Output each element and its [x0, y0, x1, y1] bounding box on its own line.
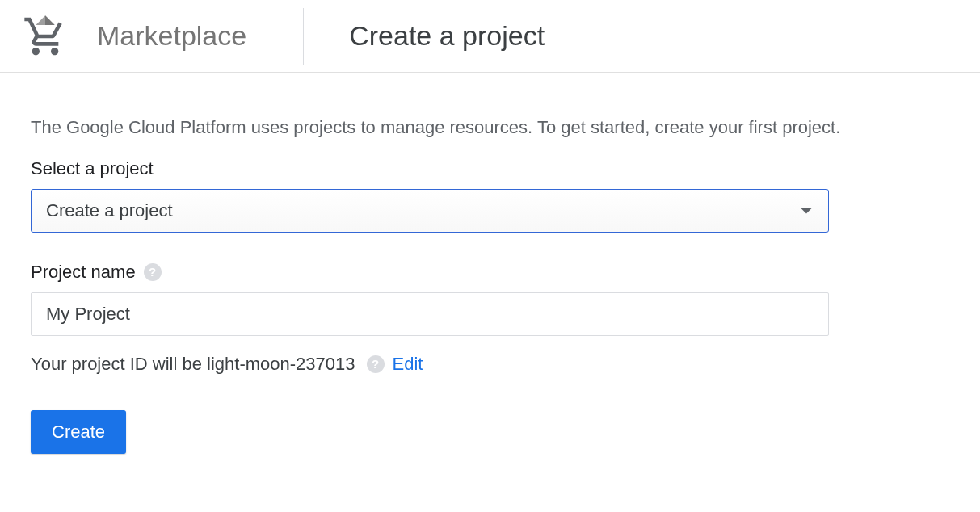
create-button[interactable]: Create [31, 410, 126, 454]
project-name-input[interactable] [31, 292, 829, 336]
marketplace-title: Marketplace [97, 20, 303, 52]
content: The Google Cloud Platform uses projects … [0, 73, 889, 486]
chevron-down-icon [801, 208, 812, 213]
help-icon[interactable]: ? [144, 263, 162, 281]
project-name-label-text: Project name [31, 262, 136, 283]
project-id-text: Your project ID will be light-moon-23701… [31, 354, 355, 375]
select-project-label: Select a project [31, 158, 858, 179]
marketplace-cart-icon [23, 14, 68, 59]
header: Marketplace Create a project [0, 0, 980, 73]
page-title: Create a project [349, 20, 545, 52]
project-name-label: Project name ? [31, 262, 858, 283]
intro-text: The Google Cloud Platform uses projects … [31, 115, 858, 141]
select-project-label-text: Select a project [31, 158, 154, 179]
project-id-row: Your project ID will be light-moon-23701… [31, 354, 858, 375]
svg-marker-1 [45, 15, 55, 25]
project-select-value: Create a project [46, 200, 173, 221]
project-select[interactable]: Create a project [31, 189, 829, 233]
header-divider [303, 8, 304, 65]
edit-project-id-link[interactable]: Edit [393, 354, 423, 375]
help-icon[interactable]: ? [367, 355, 385, 373]
